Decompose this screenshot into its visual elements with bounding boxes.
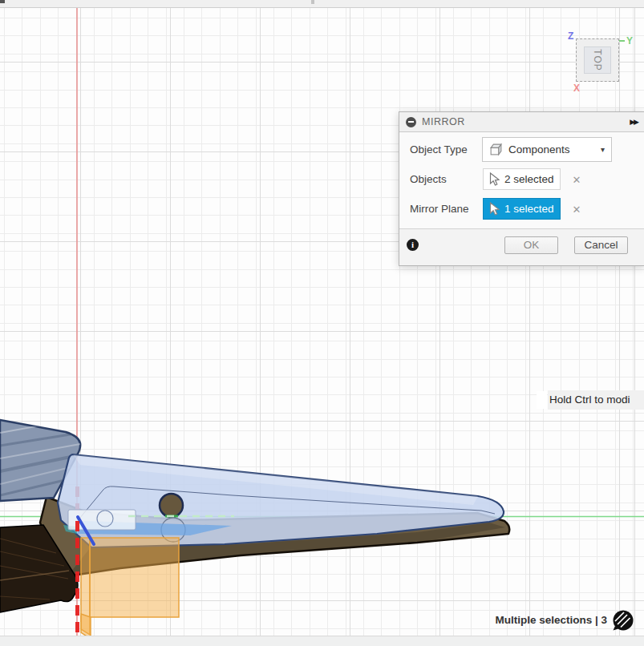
construction-plane-orange[interactable] (81, 538, 179, 639)
view-cube-face-label: TOP (592, 49, 603, 71)
chevron-down-icon: ▾ (601, 145, 605, 154)
info-circle-icon[interactable]: i (407, 239, 419, 251)
pivot-hole[interactable] (160, 494, 183, 517)
object-type-label: Object Type (410, 142, 468, 158)
toolbar-mark-icon (0, 0, 5, 3)
view-cube-face-top[interactable]: TOP (576, 38, 619, 82)
view-cube: Z Y X TOP (561, 24, 644, 98)
cursor-arrow-icon (489, 202, 500, 216)
cancel-button[interactable]: Cancel (574, 236, 628, 254)
objects-selection-count: 2 selected (504, 173, 554, 185)
toolbar-divider-icon (311, 0, 314, 4)
timeline-strip (0, 636, 644, 646)
mirror-plane-label: Mirror Plane (410, 201, 469, 217)
objects-label: Objects (410, 172, 447, 188)
dialog-header[interactable]: MIRROR ▶▶ (399, 112, 644, 132)
job-status-icon[interactable] (612, 609, 634, 632)
toolbar-remnant (0, 0, 644, 8)
hint-tooltip: Hold Ctrl to modi (548, 390, 644, 410)
objects-clear-x-icon[interactable]: ✕ (569, 172, 585, 188)
collapse-minus-circle-icon[interactable] (406, 117, 416, 127)
axis-y-label: Y (626, 35, 633, 46)
model-graphics (0, 0, 644, 646)
objects-selection-button[interactable]: 2 selected (483, 168, 561, 190)
axis-y-tick (619, 40, 625, 42)
dialog-footer: i OK Cancel (399, 228, 644, 265)
cursor-arrow-icon (489, 172, 500, 186)
mirror-plane-selection-button[interactable]: 1 selected (483, 198, 561, 220)
mirror-dialog: MIRROR ▶▶ Object Type Components ▾ Objec… (399, 111, 644, 266)
mirror-plane-selection-count: 1 selected (504, 203, 554, 215)
fusion-viewport: Z Y X TOP Hold Ctrl to modi MIRROR ▶▶ Ob… (0, 0, 644, 646)
ok-button[interactable]: OK (504, 236, 558, 254)
dialog-title: MIRROR (422, 116, 630, 127)
axis-z-label: Z (568, 30, 573, 42)
axis-x-label: X (573, 83, 580, 94)
object-type-dropdown[interactable]: Components ▾ (482, 137, 612, 162)
object-type-value: Components (508, 143, 601, 155)
mirror-plane-clear-x-icon[interactable]: ✕ (569, 202, 585, 218)
cube-icon (489, 143, 503, 156)
selection-status-text: Multiple selections | 3 (495, 614, 607, 626)
double-arrow-expand-icon[interactable]: ▶▶ (630, 118, 638, 126)
view-cube-inner-face[interactable]: TOP (584, 46, 611, 74)
tooltip-spacer (537, 391, 547, 409)
